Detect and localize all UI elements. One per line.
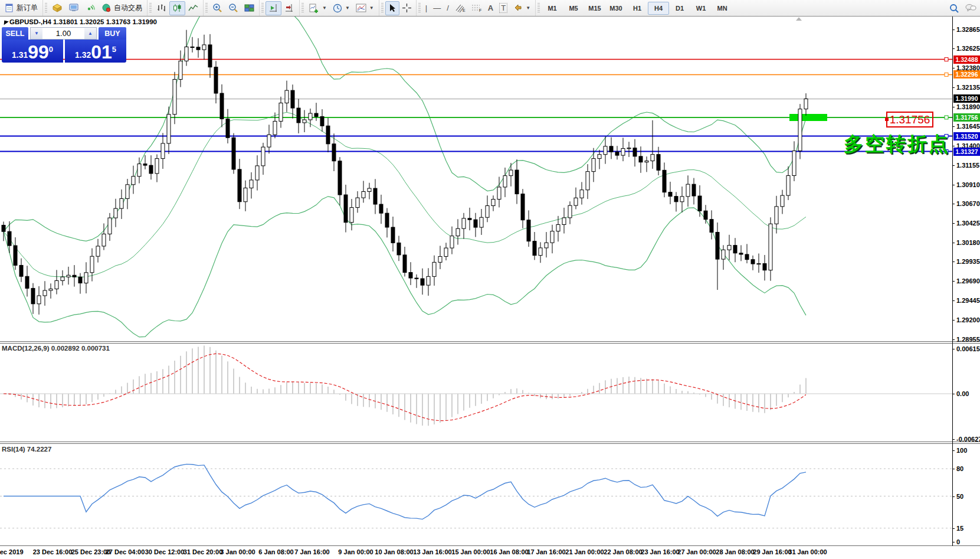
- hline-handle[interactable]: [945, 58, 948, 61]
- annotation-handle[interactable]: [885, 117, 889, 121]
- market-watch-button[interactable]: [49, 1, 65, 15]
- volume-value[interactable]: 1.00: [42, 28, 84, 39]
- candle-body: [415, 278, 418, 279]
- time-tick-label: 16 Jan 08:00: [490, 548, 528, 555]
- zoom-in-button[interactable]: [209, 1, 225, 15]
- candle-body: [173, 79, 176, 114]
- crosshair-button[interactable]: [399, 1, 414, 15]
- timeframe-m15[interactable]: M15: [584, 2, 605, 15]
- channel-tool-button[interactable]: E: [452, 1, 468, 15]
- timeframe-m1[interactable]: M1: [542, 2, 563, 15]
- price-tick-dash: [952, 320, 955, 321]
- sell-button[interactable]: SELL: [2, 27, 28, 40]
- candle-body: [368, 188, 371, 191]
- bars-chart-button[interactable]: [153, 1, 169, 15]
- volume-up-button[interactable]: ▲: [84, 28, 96, 39]
- text-tool-button[interactable]: A: [485, 1, 496, 15]
- rsi-panel[interactable]: [0, 444, 952, 545]
- line-chart-button[interactable]: [185, 1, 201, 15]
- candles-chart-button[interactable]: [169, 1, 185, 15]
- panel-splitter-macd[interactable]: [0, 341, 980, 342]
- trendline-tool-button[interactable]: /: [444, 1, 452, 15]
- tile-windows-button[interactable]: [241, 1, 257, 15]
- candle-body: [373, 188, 377, 204]
- timeframe-d1[interactable]: D1: [669, 2, 690, 15]
- cn-annotation[interactable]: 多空转折点: [844, 131, 950, 158]
- candle-body: [757, 264, 761, 264]
- candle-body: [539, 248, 542, 256]
- panel-splitter-rsi[interactable]: [0, 442, 980, 442]
- period-button[interactable]: ▼: [330, 1, 353, 15]
- candle-body: [751, 260, 755, 264]
- candles-chart-icon: [172, 4, 182, 12]
- buy-price[interactable]: 1.32015: [65, 40, 126, 63]
- candle-body: [716, 232, 719, 259]
- macd-tick-label: -0.006278: [956, 436, 980, 443]
- price-tick-label: 1.30910: [956, 181, 980, 188]
- timeframe-m30[interactable]: M30: [605, 2, 627, 15]
- hline-handle[interactable]: [945, 116, 948, 119]
- timeframe-w1[interactable]: W1: [690, 2, 712, 15]
- candle-body: [255, 166, 259, 180]
- candle-body: [309, 113, 312, 120]
- zoom-out-button[interactable]: [225, 1, 241, 15]
- candle-body: [680, 197, 684, 202]
- label-tool-button[interactable]: T: [496, 1, 510, 15]
- add-indicator-button[interactable]: ▼: [306, 1, 330, 15]
- price-annotation-box[interactable]: 1.31756: [886, 112, 933, 128]
- candle-body: [31, 288, 35, 303]
- signals-button[interactable]: [82, 1, 99, 15]
- time-tick-label: 27 Jan 00:00: [677, 548, 716, 555]
- rsi-tick-label: 100: [956, 447, 967, 454]
- candle-body: [763, 264, 766, 270]
- candle-body: [149, 165, 153, 174]
- fibonacci-icon: F: [471, 4, 482, 12]
- search-icon[interactable]: [949, 4, 959, 13]
- candle-body: [314, 113, 318, 116]
- main-chart-panel[interactable]: [0, 17, 952, 341]
- scroll-to-end-marker[interactable]: [796, 17, 802, 21]
- candle-body: [497, 187, 501, 200]
- svg-text:F: F: [479, 8, 481, 12]
- timeframe-m5[interactable]: M5: [563, 2, 584, 15]
- time-tick-label: 31 Dec 20:00: [183, 548, 223, 555]
- shapes-tool-button[interactable]: ▼: [510, 1, 533, 15]
- hline-handle[interactable]: [945, 73, 948, 76]
- price-tick-dash: [952, 87, 955, 88]
- candle-body: [486, 205, 489, 217]
- price-tick-dash: [952, 48, 955, 49]
- hline-tool-button[interactable]: —: [430, 1, 444, 15]
- time-axis[interactable]: 20 Dec 201923 Dec 16:0025 Dec 23:0027 De…: [0, 546, 952, 559]
- candle-body: [604, 146, 607, 155]
- time-tick-label: 17 Jan 16:00: [527, 548, 565, 555]
- candle-body: [338, 161, 342, 195]
- candle-body: [403, 255, 407, 273]
- fibonacci-tool-button[interactable]: F: [468, 1, 485, 15]
- candle-body: [592, 159, 595, 172]
- macd-panel[interactable]: [0, 344, 952, 442]
- rsi-tick-dash: [952, 496, 955, 497]
- template-button[interactable]: ▼: [353, 1, 377, 15]
- timeframe-h1[interactable]: H1: [627, 2, 648, 15]
- one-click-trading-panel: SELL ▼ 1.00 ▲ BUY 1.31990 1.32015: [2, 27, 126, 63]
- candle-body: [627, 148, 631, 149]
- candle-body: [167, 115, 171, 143]
- green-zone-annotation[interactable]: [789, 114, 827, 121]
- vline-tool-button[interactable]: |: [422, 1, 430, 15]
- buy-button[interactable]: BUY: [99, 27, 126, 40]
- candle-body: [179, 61, 182, 79]
- timeframe-h4[interactable]: H4: [648, 2, 669, 15]
- sell-price[interactable]: 1.31990: [2, 40, 63, 63]
- new-order-button[interactable]: 新订单: [2, 1, 41, 15]
- rsi-tick-dash: [952, 542, 955, 542]
- timeframe-mn[interactable]: MN: [712, 2, 733, 15]
- volume-down-button[interactable]: ▼: [31, 28, 42, 39]
- auto-scroll-button[interactable]: [266, 1, 281, 15]
- cursor-button[interactable]: [385, 1, 399, 15]
- terminal-button[interactable]: [65, 1, 82, 15]
- price-tick-dash: [952, 30, 955, 30]
- autotrade-button[interactable]: 自动交易: [99, 1, 145, 15]
- chat-icon[interactable]: [965, 4, 976, 12]
- candle-body: [25, 276, 29, 288]
- chart-shift-button[interactable]: [281, 1, 297, 15]
